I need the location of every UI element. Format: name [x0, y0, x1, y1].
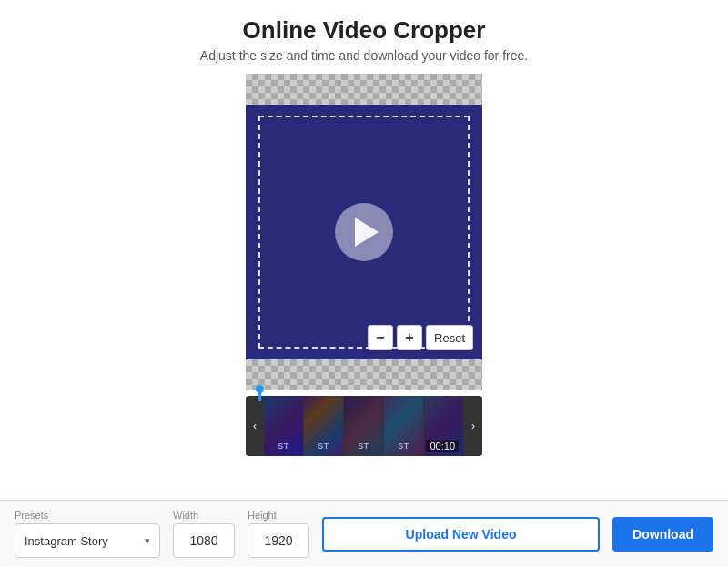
timeline-frames: ST ST ST ST 00:10	[264, 396, 464, 456]
chevron-down-icon: ▾	[145, 535, 150, 547]
presets-label: Presets	[15, 510, 160, 521]
reset-button[interactable]: Reset	[426, 325, 473, 350]
checker-top	[246, 74, 482, 105]
width-input[interactable]	[173, 523, 235, 558]
height-group: Height	[248, 510, 309, 558]
width-group: Width	[173, 510, 235, 558]
zoom-in-button[interactable]: +	[397, 325, 422, 350]
timeline-frame: ST	[264, 396, 304, 456]
checker-bottom	[246, 359, 482, 390]
timeline-indicator	[258, 389, 261, 401]
bottom-bar: Presets Instagram Story ▾ Width Height U…	[0, 500, 728, 567]
timeline-timestamp: 00:10	[426, 440, 459, 452]
timeline-frame: ST	[384, 396, 424, 456]
page-title: Online Video Cropper	[200, 16, 528, 45]
presets-group: Presets Instagram Story ▾	[15, 510, 160, 558]
height-input[interactable]	[248, 523, 309, 558]
height-label: Height	[248, 510, 309, 521]
video-area: − + Reset	[246, 105, 482, 359]
timeline-frame: ST	[304, 396, 344, 456]
video-cropper: − + Reset	[246, 74, 482, 390]
timeline[interactable]: ‹ ST ST ST ST 00:10 ›	[246, 396, 482, 456]
presets-value: Instagram Story	[25, 534, 141, 548]
download-button[interactable]: Download	[612, 517, 713, 552]
play-button[interactable]	[335, 203, 393, 261]
page-header: Online Video Cropper Adjust the size and…	[200, 0, 528, 68]
main-area: − + Reset ‹ ST ST ST ST	[0, 68, 728, 500]
width-label: Width	[173, 510, 235, 521]
zoom-out-button[interactable]: −	[368, 325, 393, 350]
timeline-prev-button[interactable]: ‹	[246, 396, 264, 456]
timeline-wrapper: ‹ ST ST ST ST 00:10 ›	[246, 396, 482, 456]
timeline-next-button[interactable]: ›	[464, 396, 482, 456]
timeline-frame: ST	[344, 396, 384, 456]
upload-button[interactable]: Upload New Video	[322, 517, 600, 552]
page-subtitle: Adjust the size and time and download yo…	[200, 48, 528, 63]
zoom-controls: − + Reset	[368, 325, 473, 350]
presets-select[interactable]: Instagram Story ▾	[15, 523, 160, 558]
